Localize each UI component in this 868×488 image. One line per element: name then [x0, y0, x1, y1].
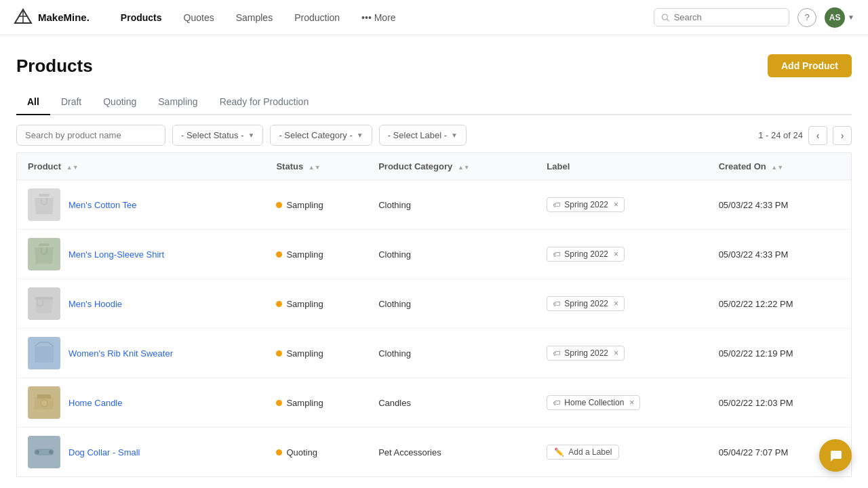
- brand-logo[interactable]: MakeMine.: [14, 8, 90, 27]
- status-dot-icon: [276, 202, 282, 208]
- status-text: Sampling: [286, 249, 323, 260]
- label-tag[interactable]: 🏷 Spring 2022 ×: [547, 247, 625, 262]
- nav-samples[interactable]: Samples: [226, 8, 282, 27]
- tab-ready-for-production[interactable]: Ready for Production: [209, 91, 320, 115]
- category-text: Clothing: [378, 299, 411, 309]
- tag-icon: 🏷: [553, 201, 560, 209]
- label-remove-button[interactable]: ×: [614, 299, 618, 308]
- product-cell-1: Men's Long-Sleeve Shirt: [17, 230, 265, 279]
- col-created[interactable]: Created On ▲▼: [708, 153, 851, 180]
- svg-point-3: [662, 14, 667, 20]
- tab-quoting[interactable]: Quoting: [92, 91, 147, 115]
- status-text: Quoting: [286, 447, 317, 458]
- label-cell-0: 🏷 Spring 2022 ×: [536, 180, 707, 230]
- table-row: Dog Collar - Small Quoting Pet Accessori…: [17, 428, 851, 477]
- global-search-input[interactable]: [674, 12, 782, 22]
- product-name-link[interactable]: Dog Collar - Small: [68, 447, 140, 458]
- help-button[interactable]: ?: [797, 8, 816, 27]
- table-row: Men's Cotton Tee Sampling Clothing 🏷 Spr…: [17, 180, 851, 230]
- label-remove-button[interactable]: ×: [614, 348, 618, 358]
- user-avatar-wrap[interactable]: AS ▼: [825, 7, 854, 28]
- status-dot-icon: [276, 449, 282, 455]
- pagination-prev[interactable]: ‹: [808, 126, 827, 145]
- product-sort[interactable]: ▲▼: [66, 165, 79, 171]
- status-dot-icon: [276, 301, 282, 307]
- label-remove-button[interactable]: ×: [614, 200, 618, 209]
- col-status[interactable]: Status ▲▼: [265, 153, 368, 180]
- label-tag[interactable]: 🏷 Spring 2022 ×: [547, 346, 625, 361]
- category-cell-5: Pet Accessories: [368, 428, 536, 477]
- tag-icon: 🏷: [553, 349, 560, 357]
- category-sort[interactable]: ▲▼: [458, 165, 470, 171]
- category-cell-1: Clothing: [368, 230, 536, 279]
- global-search-box[interactable]: [654, 8, 789, 26]
- table-header-row: Product ▲▼ Status ▲▼ Product Category ▲▼: [17, 153, 851, 180]
- svg-line-4: [667, 19, 669, 21]
- col-category[interactable]: Product Category ▲▼: [368, 153, 536, 180]
- products-table: Product ▲▼ Status ▲▼ Product Category ▲▼: [17, 153, 851, 476]
- product-name-link[interactable]: Men's Hoodie: [68, 299, 122, 309]
- pagination-next[interactable]: ›: [833, 126, 852, 145]
- table-scroll[interactable]: Product ▲▼ Status ▲▼ Product Category ▲▼: [17, 153, 851, 476]
- col-product[interactable]: Product ▲▼: [17, 153, 265, 180]
- created-text: 05/02/22 12:22 PM: [719, 299, 793, 309]
- category-filter-label: - Select Category -: [279, 130, 352, 140]
- status-cell-3: Sampling: [265, 329, 368, 378]
- nav-quotes[interactable]: Quotes: [174, 8, 224, 27]
- product-name-link[interactable]: Women's Rib Knit Sweater: [68, 348, 173, 359]
- label-remove-button[interactable]: ×: [614, 249, 618, 259]
- status-dot-icon: [276, 400, 282, 406]
- label-tag[interactable]: 🏷 Spring 2022 ×: [547, 296, 625, 311]
- filters-row: - Select Status - ▼ - Select Category - …: [16, 115, 852, 152]
- product-cell-3: Women's Rib Knit Sweater: [17, 329, 265, 378]
- product-name-link[interactable]: Men's Cotton Tee: [68, 200, 137, 210]
- status-cell-2: Sampling: [265, 279, 368, 329]
- page-header: Products Add Product: [16, 54, 852, 77]
- product-name-link[interactable]: Men's Long-Sleeve Shirt: [68, 249, 164, 260]
- svg-point-10: [41, 400, 47, 407]
- navbar-right: ? AS ▼: [654, 7, 854, 28]
- label-tag[interactable]: 🏷 Spring 2022 ×: [547, 197, 625, 212]
- created-cell-2: 05/02/22 12:22 PM: [708, 279, 851, 329]
- product-cell-2: Men's Hoodie: [17, 279, 265, 329]
- created-text: 05/03/22 4:33 PM: [719, 249, 789, 260]
- label-remove-button[interactable]: ×: [629, 398, 634, 407]
- navbar: MakeMine. Products Quotes Samples Produc…: [0, 0, 868, 35]
- label-filter[interactable]: - Select Label - ▼: [379, 125, 467, 146]
- nav-more[interactable]: ••• More: [352, 8, 406, 27]
- svg-point-12: [35, 450, 39, 454]
- chat-icon: [828, 448, 843, 463]
- category-cell-4: Candles: [368, 378, 536, 428]
- svg-rect-9: [37, 394, 51, 399]
- product-thumb: [28, 287, 60, 320]
- status-sort[interactable]: ▲▼: [309, 165, 321, 171]
- status-filter[interactable]: - Select Status - ▼: [172, 125, 263, 146]
- col-label: Label: [536, 153, 707, 180]
- avatar: AS: [825, 7, 845, 28]
- category-filter[interactable]: - Select Category - ▼: [270, 125, 372, 146]
- label-text: Spring 2022: [564, 348, 608, 358]
- created-sort[interactable]: ▲▼: [771, 165, 783, 171]
- brand-name: MakeMine.: [38, 12, 90, 23]
- product-search-input[interactable]: [16, 125, 165, 146]
- label-tag[interactable]: 🏷 Home Collection ×: [547, 395, 640, 410]
- chat-bubble-button[interactable]: [819, 439, 852, 472]
- status-dot-icon: [276, 251, 282, 258]
- category-cell-2: Clothing: [368, 279, 536, 329]
- table-row: Men's Hoodie Sampling Clothing 🏷 Spring …: [17, 279, 851, 329]
- status-text: Sampling: [286, 348, 323, 359]
- product-name-link[interactable]: Home Candle: [68, 398, 123, 408]
- add-product-button[interactable]: Add Product: [768, 54, 852, 77]
- add-label-button[interactable]: ✏️ Add a Label: [547, 445, 619, 460]
- tab-draft[interactable]: Draft: [50, 91, 92, 115]
- avatar-chevron: ▼: [848, 14, 854, 21]
- nav-products[interactable]: Products: [111, 8, 172, 27]
- table-row: Home Candle Sampling Candles 🏷 Home Coll…: [17, 378, 851, 428]
- table-row: Men's Long-Sleeve Shirt Sampling Clothin…: [17, 230, 851, 279]
- tag-icon: 🏷: [553, 300, 560, 308]
- tab-sampling[interactable]: Sampling: [147, 91, 208, 115]
- tab-all[interactable]: All: [16, 91, 50, 115]
- svg-rect-7: [35, 346, 54, 363]
- status-cell-5: Quoting: [265, 428, 368, 477]
- nav-production[interactable]: Production: [285, 8, 349, 27]
